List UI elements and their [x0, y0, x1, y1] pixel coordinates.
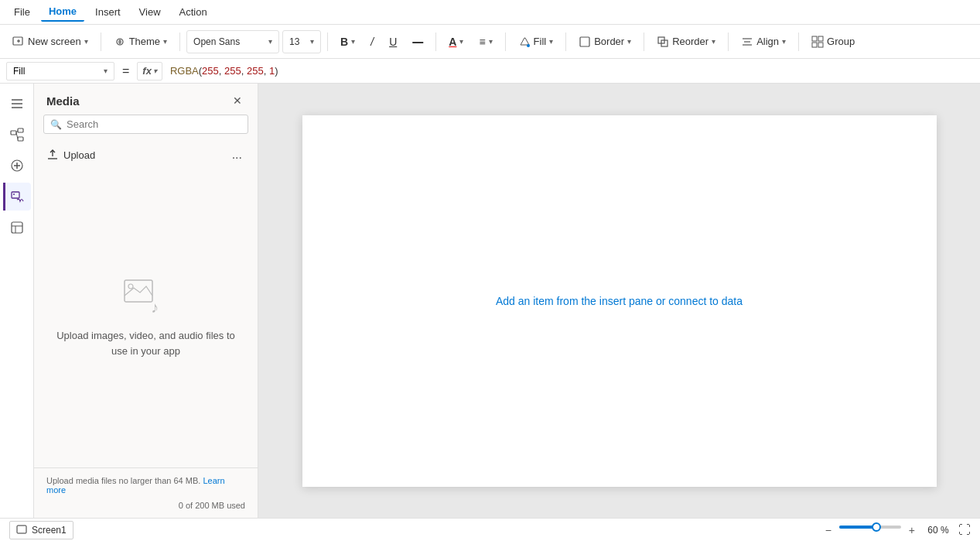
bold-chevron: ▾: [351, 37, 355, 46]
screen-tab-label: Screen1: [32, 525, 67, 536]
zoom-slider-track: [839, 526, 901, 529]
fill-button[interactable]: Fill ▾: [512, 33, 560, 51]
menu-insert[interactable]: Insert: [87, 3, 128, 21]
formula-rgba: RGBA(255, 255, 255, 1): [170, 65, 278, 77]
svg-rect-18: [11, 131, 16, 135]
font-dropdown[interactable]: Open Sans ▾: [186, 30, 279, 53]
media-search-input[interactable]: [67, 118, 241, 130]
screen-tab-icon: [16, 525, 27, 536]
menu-home[interactable]: Home: [41, 2, 84, 22]
sidebar-icon-insert[interactable]: [3, 152, 31, 180]
new-screen-chevron: ▾: [84, 37, 88, 46]
formula-rgba-255-3: 255: [247, 65, 264, 77]
svg-point-27: [13, 193, 15, 195]
menu-file[interactable]: File: [6, 3, 38, 21]
canvas-connect-link[interactable]: connect to data: [668, 295, 743, 307]
menu-bar: File Home Insert View Action: [0, 0, 980, 25]
zoom-plus-button[interactable]: +: [906, 522, 918, 538]
new-screen-button[interactable]: New screen ▾: [6, 33, 94, 51]
formula-dropdown[interactable]: Fill ▾: [6, 62, 114, 80]
hamburger-icon: [10, 97, 24, 111]
upload-label: Upload: [63, 149, 95, 161]
formula-fx-chevron: ▾: [153, 67, 157, 75]
font-size-dropdown[interactable]: 13 ▾: [282, 30, 321, 53]
canvas-frame: Add an item from the insert pane or conn…: [302, 115, 937, 487]
media-search-container: 🔍: [43, 115, 248, 134]
group-label: Group: [827, 36, 855, 47]
italic-icon: /: [370, 36, 374, 48]
theme-button[interactable]: Theme ▾: [108, 33, 173, 51]
border-icon: [579, 36, 591, 48]
svg-rect-11: [812, 36, 817, 41]
formula-comma-2: ,: [241, 65, 247, 77]
svg-line-22: [16, 133, 18, 139]
toolbar-sep-2: [179, 33, 180, 51]
svg-point-4: [527, 44, 530, 47]
sidebar-icon-menu[interactable]: [3, 90, 31, 118]
font-size-chevron: ▾: [310, 37, 314, 46]
underline-button[interactable]: U: [383, 33, 403, 51]
bold-icon: B: [340, 36, 348, 48]
toolbar-sep-8: [728, 33, 729, 51]
underline-icon: U: [389, 36, 397, 48]
italic-button[interactable]: /: [364, 33, 380, 51]
svg-rect-5: [580, 37, 589, 46]
upload-more-button[interactable]: ...: [229, 146, 245, 163]
media-empty-illustration: ♪: [123, 277, 169, 316]
strikethrough-icon: —: [412, 36, 423, 48]
border-chevron: ▾: [627, 37, 631, 46]
svg-rect-36: [17, 526, 26, 533]
zoom-controls: − + 60 % ⛶: [822, 522, 971, 538]
sidebar-icon-advanced[interactable]: [3, 214, 31, 241]
group-button[interactable]: Group: [805, 33, 861, 51]
reorder-button[interactable]: Reorder ▾: [650, 33, 722, 51]
svg-rect-12: [818, 36, 823, 41]
font-color-button[interactable]: A ▾: [442, 33, 470, 51]
formula-comma-3: ,: [264, 65, 269, 77]
sidebar-icon-treeview[interactable]: [3, 121, 31, 149]
treeview-icon: [10, 128, 24, 142]
align-icon: [741, 36, 753, 48]
media-close-button[interactable]: ✕: [230, 93, 245, 108]
formula-fx-button[interactable]: fx ▾: [137, 62, 162, 80]
align-text-button[interactable]: ≡ ▾: [473, 33, 498, 51]
menu-action[interactable]: Action: [172, 3, 215, 21]
zoom-minus-button[interactable]: −: [822, 522, 835, 538]
theme-icon: [114, 36, 126, 48]
media-empty-icon: ♪: [123, 277, 169, 316]
fill-icon: [518, 36, 531, 48]
menu-view[interactable]: View: [131, 3, 169, 21]
media-panel-title: Media: [46, 94, 80, 108]
upload-icon: [46, 149, 59, 161]
toolbar-sep-6: [565, 33, 566, 51]
toolbar: New screen ▾ Theme ▾ Open Sans ▾ 13 ▾ B …: [0, 25, 980, 59]
svg-rect-28: [12, 222, 22, 233]
media-footer-text: Upload media files no larger than 64 MB.: [46, 476, 200, 485]
bold-button[interactable]: B ▾: [334, 33, 361, 51]
align-button[interactable]: Align ▾: [735, 33, 792, 51]
group-icon: [811, 36, 824, 48]
upload-button[interactable]: Upload: [46, 149, 95, 161]
formula-dropdown-chevron: ▾: [104, 67, 108, 75]
formula-rgba-keyword: RGBA: [170, 65, 199, 77]
bottom-bar: Screen1 − + 60 % ⛶: [0, 518, 980, 541]
align-chevron: ▾: [782, 37, 786, 46]
border-button[interactable]: Border ▾: [572, 33, 637, 51]
media-empty-state: ♪ Upload images, video, and audio files …: [34, 168, 258, 467]
font-color-icon: A: [449, 36, 456, 48]
toolbar-theme-group: Theme ▾: [108, 33, 173, 51]
zoom-slider-thumb: [872, 522, 881, 532]
strikethrough-button[interactable]: —: [406, 33, 429, 51]
media-footer: Upload media files no larger than 64 MB.…: [34, 467, 258, 518]
sidebar-icon-media[interactable]: [3, 183, 31, 211]
toolbar-new-screen-group: New screen ▾: [6, 33, 94, 51]
zoom-slider[interactable]: [839, 526, 901, 535]
theme-label: Theme: [129, 36, 160, 47]
screen-tab[interactable]: Screen1: [9, 521, 73, 539]
font-size-value: 13: [289, 36, 307, 47]
formula-dropdown-label: Fill: [13, 66, 25, 77]
fullscreen-button[interactable]: ⛶: [958, 523, 971, 537]
fill-label: Fill: [534, 36, 547, 47]
toolbar-sep-9: [798, 33, 799, 51]
main-layout: Media ✕ 🔍 Upload ...: [0, 84, 980, 518]
